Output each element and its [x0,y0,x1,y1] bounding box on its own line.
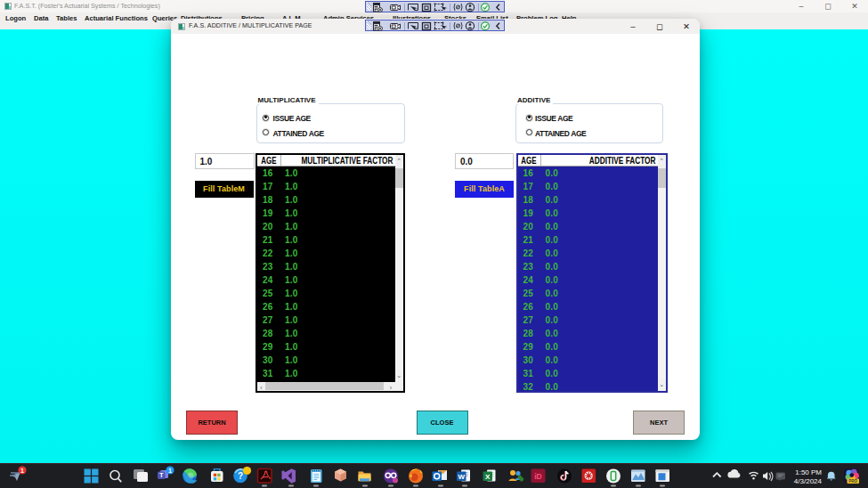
svg-text:PRO: PRO [848,479,857,484]
svg-text:?: ? [238,471,243,481]
svg-text:iD: iD [534,472,542,481]
svg-text:W: W [458,473,465,481]
svg-text:X: X [485,473,491,481]
svg-text:1: 1 [20,468,24,474]
svg-text:4/3/2024: 4/3/2024 [794,477,823,485]
svg-text:1: 1 [168,468,172,474]
svg-text:1:50 PM: 1:50 PM [795,468,822,476]
svg-text:T: T [159,471,164,479]
